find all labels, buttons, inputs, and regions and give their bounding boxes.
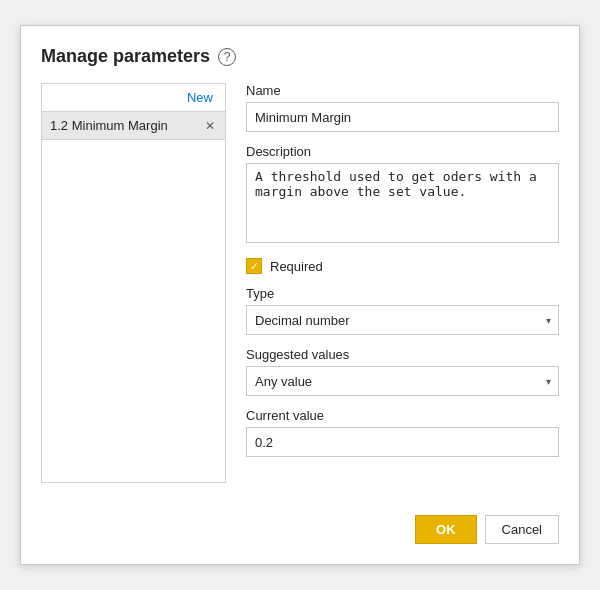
current-value-field-group: Current value [246,408,559,457]
right-panel: Name Description A threshold used to get… [226,83,559,483]
name-input[interactable] [246,102,559,132]
dialog-body: New 1.2 Minimum Margin ✕ Name Descriptio… [41,83,559,483]
manage-parameters-dialog: Manage parameters ? New 1.2 Minimum Marg… [20,25,580,565]
name-label: Name [246,83,559,98]
dialog-title: Manage parameters [41,46,210,67]
description-label: Description [246,144,559,159]
left-panel: New 1.2 Minimum Margin ✕ [41,83,226,483]
suggested-values-select[interactable]: Any value List of values [246,366,559,396]
current-value-input[interactable] [246,427,559,457]
dialog-footer: OK Cancel [41,503,559,544]
type-select[interactable]: Decimal number Whole number Text Date Da… [246,305,559,335]
current-value-label: Current value [246,408,559,423]
cancel-button[interactable]: Cancel [485,515,559,544]
param-item-label: 1.2 Minimum Margin [50,118,168,133]
required-checkbox[interactable]: ✓ [246,258,262,274]
suggested-values-field-group: Suggested values Any value List of value… [246,347,559,396]
list-item[interactable]: 1.2 Minimum Margin ✕ [42,112,225,140]
type-select-wrapper: Decimal number Whole number Text Date Da… [246,305,559,335]
checkmark-icon: ✓ [250,261,259,272]
type-label: Type [246,286,559,301]
suggested-values-select-wrapper: Any value List of values ▾ [246,366,559,396]
name-field-group: Name [246,83,559,132]
new-parameter-button[interactable]: New [183,88,217,107]
suggested-values-label: Suggested values [246,347,559,362]
description-field-group: Description A threshold used to get oder… [246,144,559,246]
required-row: ✓ Required [246,258,559,274]
required-label: Required [270,259,323,274]
description-textarea[interactable]: A threshold used to get oders with a mar… [246,163,559,243]
close-icon[interactable]: ✕ [203,119,217,133]
help-icon[interactable]: ? [218,48,236,66]
ok-button[interactable]: OK [415,515,477,544]
dialog-header: Manage parameters ? [41,46,559,67]
left-panel-header: New [42,84,225,112]
type-field-group: Type Decimal number Whole number Text Da… [246,286,559,335]
